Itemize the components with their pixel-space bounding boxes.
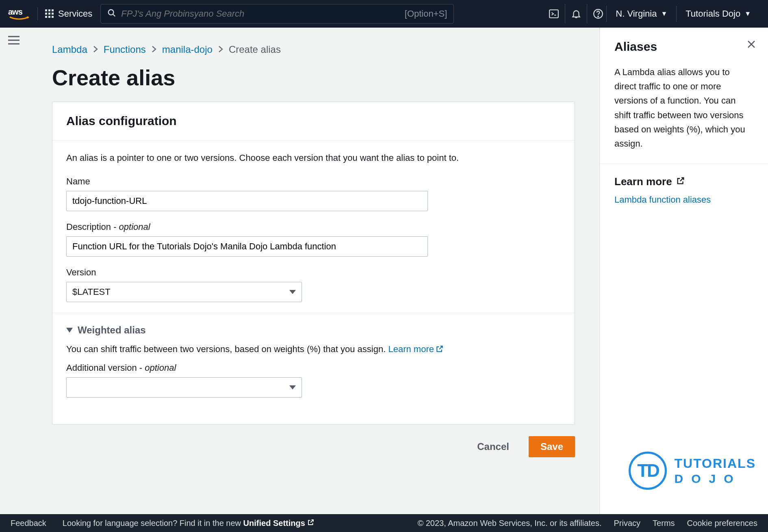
additional-version-select[interactable] — [66, 377, 302, 398]
help-icon[interactable] — [587, 4, 606, 24]
services-grid-icon[interactable] — [45, 9, 54, 18]
external-link-icon — [676, 175, 685, 188]
name-input[interactable] — [66, 191, 428, 211]
svg-rect-9 — [52, 16, 54, 18]
version-value: $LATEST — [72, 287, 111, 297]
additional-version-label: Additional version - optional — [66, 363, 561, 373]
breadcrumb-lambda[interactable]: Lambda — [52, 44, 87, 55]
help-panel-description: A Lambda alias allows you to direct traf… — [614, 65, 753, 151]
chevron-right-icon — [93, 44, 98, 55]
panel-title: Alias configuration — [66, 114, 561, 128]
notifications-icon[interactable] — [565, 4, 584, 24]
learn-more-heading: Learn more — [614, 175, 753, 188]
breadcrumb-function-name[interactable]: manila-dojo — [162, 44, 213, 55]
caret-down-icon — [289, 385, 296, 389]
alias-config-panel: Alias configuration An alias is a pointe… — [52, 102, 575, 425]
td-logo-line1: TUTORIALS — [674, 456, 756, 471]
td-logo-line2: DOJO — [674, 472, 756, 486]
svg-rect-7 — [45, 16, 47, 18]
tutorials-dojo-logo: TD TUTORIALS DOJO — [629, 452, 756, 490]
chevron-right-icon — [152, 44, 156, 55]
feedback-link[interactable]: Feedback — [11, 519, 46, 528]
svg-rect-3 — [52, 9, 54, 11]
region-selector[interactable]: N. Virginia ▼ — [606, 6, 676, 22]
chevron-right-icon — [218, 44, 223, 55]
name-field: Name — [66, 176, 561, 211]
svg-line-23 — [311, 520, 314, 523]
region-label: N. Virginia — [616, 9, 657, 19]
account-label: Tutorials Dojo — [686, 9, 740, 19]
footer: Feedback Looking for language selection?… — [0, 514, 768, 532]
search-input[interactable] — [121, 9, 404, 19]
weighted-learn-more-link[interactable]: Learn more — [388, 344, 444, 354]
cookie-prefs-link[interactable]: Cookie preferences — [687, 519, 757, 528]
top-nav: aws Services [Option+S] N. Virginia ▼ Tu… — [0, 0, 768, 28]
svg-line-19 — [439, 346, 443, 349]
version-field: Version $LATEST — [66, 267, 561, 302]
caret-down-icon — [289, 290, 296, 294]
svg-rect-5 — [48, 13, 50, 15]
copyright: © 2023, Amazon Web Services, Inc. or its… — [417, 519, 601, 528]
weighted-alias-toggle[interactable]: Weighted alias — [66, 324, 561, 336]
svg-point-10 — [108, 9, 114, 15]
breadcrumb: Lambda Functions manila-dojo Create alia… — [52, 44, 575, 55]
caret-down-icon: ▼ — [744, 10, 751, 17]
unified-settings-link[interactable]: Unified Settings — [243, 519, 315, 528]
terms-link[interactable]: Terms — [653, 519, 675, 528]
cancel-button[interactable]: Cancel — [466, 436, 521, 457]
help-panel: Aliases A Lambda alias allows you to dir… — [599, 28, 768, 514]
svg-line-22 — [680, 178, 683, 181]
description-label: Description - optional — [66, 222, 561, 232]
aws-logo[interactable]: aws — [8, 7, 38, 20]
svg-text:aws: aws — [8, 7, 23, 16]
version-select[interactable]: $LATEST — [66, 282, 302, 302]
save-button[interactable]: Save — [529, 436, 575, 457]
privacy-link[interactable]: Privacy — [614, 519, 641, 528]
svg-rect-8 — [48, 16, 50, 18]
search-bar[interactable]: [Option+S] — [100, 4, 454, 24]
caret-down-icon: ▼ — [661, 10, 667, 17]
version-label: Version — [66, 267, 561, 278]
account-menu[interactable]: Tutorials Dojo ▼ — [676, 6, 760, 22]
external-link-icon — [436, 345, 444, 355]
svg-rect-1 — [45, 9, 47, 11]
svg-point-15 — [598, 16, 599, 17]
svg-line-11 — [113, 14, 115, 16]
services-menu[interactable]: Services — [58, 9, 92, 19]
panel-header: Alias configuration — [52, 102, 575, 141]
help-panel-title: Aliases — [614, 40, 753, 54]
td-logo-circle: TD — [629, 452, 667, 490]
search-icon — [107, 9, 116, 19]
triangle-down-icon — [66, 328, 73, 333]
additional-version-field: Additional version - optional — [66, 363, 561, 398]
search-shortcut-hint: [Option+S] — [405, 9, 447, 19]
name-label: Name — [66, 176, 561, 187]
panel-description: An alias is a pointer to one or two vers… — [66, 153, 561, 163]
external-link-icon — [307, 519, 315, 528]
weighted-alias-label: Weighted alias — [78, 324, 146, 336]
description-input[interactable] — [66, 236, 428, 257]
close-help-button[interactable] — [747, 40, 756, 51]
cloudshell-icon[interactable] — [543, 4, 562, 24]
weighted-description: You can shift traffic between two versio… — [66, 344, 561, 355]
lang-prompt: Looking for language selection? Find it … — [63, 519, 315, 528]
breadcrumb-current: Create alias — [229, 44, 281, 55]
svg-rect-6 — [52, 13, 54, 15]
svg-rect-2 — [48, 9, 50, 11]
svg-rect-4 — [45, 13, 47, 15]
lambda-aliases-doc-link[interactable]: Lambda function aliases — [614, 195, 711, 205]
page-title: Create alias — [52, 65, 575, 90]
main-content: Lambda Functions manila-dojo Create alia… — [0, 28, 599, 514]
description-field: Description - optional — [66, 222, 561, 257]
breadcrumb-functions[interactable]: Functions — [104, 44, 146, 55]
form-actions: Cancel Save — [52, 436, 575, 474]
